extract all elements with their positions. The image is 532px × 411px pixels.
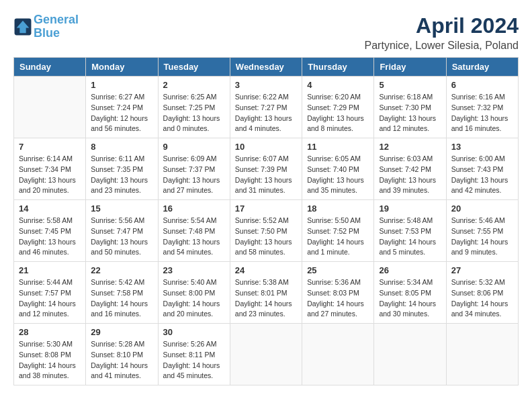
sunrise-text: Sunrise: 6:11 AM	[91, 154, 152, 165]
daylight-text: Daylight: 14 hours and 27 minutes.	[307, 299, 369, 320]
calendar-day-cell: 5Sunrise: 6:18 AMSunset: 7:30 PMDaylight…	[374, 77, 446, 138]
calendar-day-cell: 26Sunrise: 5:34 AMSunset: 8:05 PMDayligh…	[374, 262, 446, 324]
sunrise-text: Sunrise: 5:34 AM	[379, 277, 441, 288]
calendar-day-cell: 17Sunrise: 5:52 AMSunset: 7:50 PMDayligh…	[230, 200, 302, 262]
calendar-day-cell: 7Sunrise: 6:14 AMSunset: 7:34 PMDaylight…	[14, 138, 86, 200]
weekday-header-row: SundayMondayTuesdayWednesdayThursdayFrid…	[14, 58, 519, 77]
calendar-day-cell: 29Sunrise: 5:28 AMSunset: 8:10 PMDayligh…	[86, 324, 158, 385]
daylight-text: Daylight: 13 hours and 42 minutes.	[451, 175, 513, 197]
calendar-week-row: 21Sunrise: 5:44 AMSunset: 7:57 PMDayligh…	[14, 262, 519, 324]
sunrise-text: Sunrise: 6:16 AM	[451, 92, 513, 103]
sunset-text: Sunset: 8:11 PM	[163, 350, 225, 361]
day-number: 22	[91, 265, 152, 275]
daylight-text: Daylight: 13 hours and 16 minutes.	[451, 113, 513, 135]
daylight-text: Daylight: 13 hours and 50 minutes.	[91, 237, 152, 259]
calendar-day-cell: 23Sunrise: 5:40 AMSunset: 8:00 PMDayligh…	[158, 262, 230, 324]
calendar-day-cell	[374, 324, 446, 385]
sunset-text: Sunset: 8:00 PM	[163, 288, 225, 299]
day-number: 19	[379, 203, 441, 214]
day-number: 25	[307, 265, 369, 275]
sunset-text: Sunset: 7:34 PM	[19, 165, 81, 175]
sunrise-text: Sunrise: 5:36 AM	[307, 277, 369, 288]
sunrise-text: Sunrise: 5:58 AM	[19, 216, 81, 226]
calendar-day-cell: 20Sunrise: 5:46 AMSunset: 7:55 PMDayligh…	[446, 200, 518, 262]
sunset-text: Sunset: 7:47 PM	[91, 226, 152, 237]
sunrise-text: Sunrise: 5:40 AM	[163, 277, 225, 288]
sunrise-text: Sunrise: 6:09 AM	[163, 154, 225, 165]
day-number: 7	[19, 142, 81, 152]
weekday-header: Friday	[374, 58, 446, 77]
weekday-header: Wednesday	[230, 58, 302, 77]
sunrise-text: Sunrise: 5:56 AM	[91, 216, 152, 226]
sunset-text: Sunset: 8:03 PM	[307, 288, 369, 299]
sunrise-text: Sunrise: 5:46 AM	[451, 216, 513, 226]
sunset-text: Sunset: 7:55 PM	[451, 226, 513, 237]
daylight-text: Daylight: 13 hours and 39 minutes.	[379, 175, 441, 197]
day-info: Sunrise: 6:22 AMSunset: 7:27 PMDaylight:…	[235, 92, 297, 134]
sunset-text: Sunset: 7:50 PM	[235, 226, 297, 237]
sunrise-text: Sunrise: 5:38 AM	[235, 277, 297, 288]
day-number: 20	[451, 203, 513, 214]
calendar-day-cell: 28Sunrise: 5:30 AMSunset: 8:08 PMDayligh…	[14, 324, 86, 385]
daylight-text: Daylight: 14 hours and 30 minutes.	[379, 299, 441, 320]
day-number: 1	[91, 80, 152, 90]
day-number: 12	[379, 142, 441, 152]
day-info: Sunrise: 5:30 AMSunset: 8:08 PMDaylight:…	[19, 339, 81, 381]
logo-icon	[13, 17, 32, 36]
daylight-text: Daylight: 13 hours and 27 minutes.	[163, 175, 225, 197]
day-number: 13	[451, 142, 513, 152]
day-number: 15	[91, 203, 152, 214]
calendar-day-cell: 22Sunrise: 5:42 AMSunset: 7:58 PMDayligh…	[86, 262, 158, 324]
daylight-text: Daylight: 13 hours and 0 minutes.	[163, 113, 225, 135]
calendar-day-cell: 11Sunrise: 6:05 AMSunset: 7:40 PMDayligh…	[302, 138, 374, 200]
sunrise-text: Sunrise: 6:20 AM	[307, 92, 369, 103]
sunset-text: Sunset: 7:39 PM	[235, 165, 297, 175]
day-info: Sunrise: 6:00 AMSunset: 7:43 PMDaylight:…	[451, 154, 513, 196]
daylight-text: Daylight: 14 hours and 9 minutes.	[451, 237, 513, 259]
calendar-table: SundayMondayTuesdayWednesdayThursdayFrid…	[13, 57, 519, 385]
calendar-week-row: 28Sunrise: 5:30 AMSunset: 8:08 PMDayligh…	[14, 324, 519, 385]
calendar-day-cell: 4Sunrise: 6:20 AMSunset: 7:29 PMDaylight…	[302, 77, 374, 138]
day-info: Sunrise: 5:56 AMSunset: 7:47 PMDaylight:…	[91, 216, 152, 258]
sunrise-text: Sunrise: 5:50 AM	[307, 216, 369, 226]
calendar-day-cell: 9Sunrise: 6:09 AMSunset: 7:37 PMDaylight…	[158, 138, 230, 200]
calendar-header: April 2024 Partynice, Lower Silesia, Pol…	[365, 13, 519, 52]
daylight-text: Daylight: 14 hours and 16 minutes.	[91, 299, 152, 320]
calendar-day-cell: 6Sunrise: 6:16 AMSunset: 7:32 PMDaylight…	[446, 77, 518, 138]
day-info: Sunrise: 5:48 AMSunset: 7:53 PMDaylight:…	[379, 216, 441, 258]
day-info: Sunrise: 5:32 AMSunset: 8:06 PMDaylight:…	[451, 277, 513, 320]
day-number: 26	[379, 265, 441, 275]
daylight-text: Daylight: 14 hours and 5 minutes.	[379, 237, 441, 259]
calendar-week-row: 14Sunrise: 5:58 AMSunset: 7:45 PMDayligh…	[14, 200, 519, 262]
daylight-text: Daylight: 14 hours and 23 minutes.	[235, 299, 297, 320]
sunset-text: Sunset: 7:52 PM	[307, 226, 369, 237]
sunrise-text: Sunrise: 6:18 AM	[379, 92, 441, 103]
daylight-text: Daylight: 13 hours and 54 minutes.	[163, 237, 225, 259]
sunrise-text: Sunrise: 5:54 AM	[163, 216, 225, 226]
sunrise-text: Sunrise: 6:22 AM	[235, 92, 297, 103]
weekday-header: Sunday	[14, 58, 86, 77]
calendar-week-row: 7Sunrise: 6:14 AMSunset: 7:34 PMDaylight…	[14, 138, 519, 200]
day-number: 30	[163, 327, 225, 337]
sunset-text: Sunset: 7:25 PM	[163, 103, 225, 113]
day-number: 9	[163, 142, 225, 152]
daylight-text: Daylight: 13 hours and 31 minutes.	[235, 175, 297, 197]
sunset-text: Sunset: 8:10 PM	[91, 350, 152, 361]
calendar-day-cell: 15Sunrise: 5:56 AMSunset: 7:47 PMDayligh…	[86, 200, 158, 262]
daylight-text: Daylight: 13 hours and 20 minutes.	[19, 175, 81, 197]
day-info: Sunrise: 5:26 AMSunset: 8:11 PMDaylight:…	[163, 339, 225, 381]
sunset-text: Sunset: 8:01 PM	[235, 288, 297, 299]
day-number: 27	[451, 265, 513, 275]
calendar-day-cell: 2Sunrise: 6:25 AMSunset: 7:25 PMDaylight…	[158, 77, 230, 138]
calendar-day-cell	[302, 324, 374, 385]
sunset-text: Sunset: 7:24 PM	[91, 103, 152, 113]
day-number: 29	[91, 327, 152, 337]
sunrise-text: Sunrise: 6:14 AM	[19, 154, 81, 165]
daylight-text: Daylight: 13 hours and 23 minutes.	[91, 175, 152, 197]
day-info: Sunrise: 5:42 AMSunset: 7:58 PMDaylight:…	[91, 277, 152, 320]
sunrise-text: Sunrise: 5:30 AM	[19, 339, 81, 350]
day-info: Sunrise: 6:20 AMSunset: 7:29 PMDaylight:…	[307, 92, 369, 134]
sunset-text: Sunset: 7:42 PM	[379, 165, 441, 175]
sunrise-text: Sunrise: 6:07 AM	[235, 154, 297, 165]
calendar-day-cell: 27Sunrise: 5:32 AMSunset: 8:06 PMDayligh…	[446, 262, 518, 324]
